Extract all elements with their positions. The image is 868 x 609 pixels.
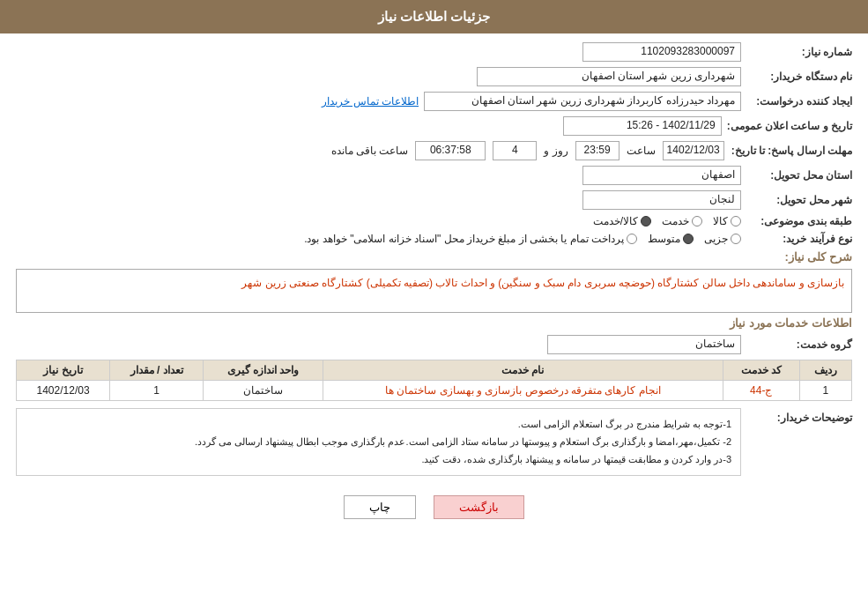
response-remaining: 06:37:58 (415, 141, 486, 160)
buyer-note-2: 2- تکمیل،مهر،امضا و بارگذاری برگ استعلام… (26, 434, 731, 451)
td-name: انجام کارهای متفرقه درخصوص بازسازی و بهس… (323, 381, 723, 401)
response-time-label: ساعت (627, 145, 656, 157)
buyer-org-row: نام دستگاه خریدار: شهرداری زرین شهر استا… (16, 67, 852, 86)
process-radio-esnad (627, 234, 637, 244)
category-option-khedmat[interactable]: خدمت (662, 215, 702, 227)
announce-row: تاریخ و ساعت اعلان عمومی: 1402/11/29 - 1… (16, 116, 852, 136)
th-code: کد خدمت (723, 360, 799, 381)
process-label: نوع فرآیند خرید: (746, 233, 852, 245)
buyer-note-1: 1-توجه به شرایط مندرج در برگ استعلام الز… (26, 416, 731, 434)
table-row: 1ج-44انجام کارهای متفرقه درخصوص بازسازی … (17, 381, 852, 401)
response-deadline-label: مهلت ارسال پاسخ: تا تاریخ: (731, 145, 852, 157)
creator-value: مهرداد حیدرزاده کاربرداز شهرداری زرین شه… (424, 92, 741, 111)
buyer-note-3: 3-در وارد کردن و مطابقت قیمتها در سامانه… (26, 451, 731, 469)
services-section-title: اطلاعات خدمات مورد نیاز (16, 316, 852, 330)
td-code: ج-44 (723, 381, 799, 401)
need-number-value: 1102093283000097 (582, 42, 741, 62)
category-radio-kala-khedmat (641, 216, 651, 227)
th-quantity: تعداد / مقدار (110, 360, 204, 381)
td-unit: ساختمان (204, 381, 323, 401)
th-date: تاریخ نیاز (17, 360, 110, 381)
contact-link[interactable]: اطلاعات تماس خریدار (322, 95, 419, 108)
process-jozi-label: جزیی (704, 233, 728, 245)
response-deadline-row: مهلت ارسال پاسخ: تا تاریخ: 1402/12/03 سا… (16, 141, 852, 160)
category-option-kala[interactable]: کالا (713, 215, 741, 227)
process-option-jozi[interactable]: جزیی (704, 233, 741, 245)
province-value: اصفهان (582, 166, 741, 185)
category-khedmat-label: خدمت (662, 215, 689, 227)
service-group-value: ساختمان (547, 335, 741, 354)
td-quantity: 1 (110, 381, 204, 401)
need-number-label: شماره نیاز: (746, 46, 852, 58)
process-option-motavaset[interactable]: متوسط (648, 233, 694, 245)
category-option-kala-khedmat[interactable]: کالا/خدمت (593, 215, 651, 227)
process-radio-jozi (731, 234, 741, 244)
page-wrapper: جزئیات اطلاعات نیاز شماره نیاز: 11020932… (0, 0, 868, 609)
process-option-esnad[interactable]: پرداخت تمام یا بخشی از مبلغ خریداز محل "… (304, 233, 637, 245)
page-header: جزئیات اطلاعات نیاز (0, 0, 868, 33)
back-button[interactable]: بازگشت (434, 495, 524, 519)
category-kala-khedmat-label: کالا/خدمت (593, 215, 638, 227)
print-button[interactable]: چاپ (344, 495, 416, 519)
th-row: ردیف (799, 360, 851, 381)
category-radio-kala (731, 216, 741, 227)
city-label: شهر محل تحویل: (746, 194, 852, 206)
category-label: طبقه بندی موضوعی: (746, 215, 852, 227)
page-title: جزئیات اطلاعات نیاز (378, 9, 490, 24)
response-remaining-label: ساعت باقی مانده (331, 145, 409, 157)
creator-label: ایجاد کننده درخواست: (746, 95, 852, 108)
buttons-row: بازگشت چاپ (16, 488, 852, 526)
buyer-notes-row: توضیحات خریدار: 1-توجه به شرایط مندرج در… (16, 408, 852, 483)
services-table: ردیف کد خدمت نام خدمت واحد اندازه گیری ت… (16, 360, 852, 401)
buyer-org-value: شهرداری زرین شهر استان اصفهان (477, 67, 741, 86)
buyer-notes-title: توضیحات خریدار: (746, 408, 852, 424)
process-radio-group: جزیی متوسط پرداخت تمام یا بخشی از مبلغ خ… (304, 233, 741, 245)
response-time: 23:59 (575, 141, 619, 160)
category-row: طبقه بندی موضوعی: کالا خدمت کالا/خدمت (16, 215, 852, 227)
content-area: شماره نیاز: 1102093283000097 نام دستگاه … (0, 33, 868, 535)
process-esnad-label: پرداخت تمام یا بخشی از مبلغ خریداز محل "… (304, 233, 624, 245)
description-section-title: شرح کلی نیاز: (16, 250, 852, 264)
category-radio-group: کالا خدمت کالا/خدمت (593, 215, 741, 227)
service-group-label: گروه خدمت: (746, 338, 852, 351)
category-kala-label: کالا (713, 215, 728, 227)
td-row: 1 (799, 381, 851, 401)
process-row: نوع فرآیند خرید: جزیی متوسط پرداخت تمام … (16, 233, 852, 245)
buyer-org-label: نام دستگاه خریدار: (746, 71, 852, 83)
creator-row: ایجاد کننده درخواست: مهرداد حیدرزاده کار… (16, 92, 852, 111)
response-date: 1402/12/03 (663, 141, 724, 160)
td-date: 1402/12/03 (17, 381, 110, 401)
announce-label: تاریخ و ساعت اعلان عمومی: (727, 120, 852, 132)
province-label: استان محل تحویل: (746, 169, 852, 182)
announce-value: 1402/11/29 - 15:26 (563, 116, 722, 136)
buyer-notes-content: 1-توجه به شرایط مندرج در برگ استعلام الز… (16, 408, 741, 476)
th-unit: واحد اندازه گیری (204, 360, 323, 381)
province-row: استان محل تحویل: اصفهان (16, 166, 852, 185)
process-radio-motavaset (683, 234, 694, 244)
service-group-row: گروه خدمت: ساختمان (16, 335, 852, 354)
need-number-row: شماره نیاز: 1102093283000097 (16, 42, 852, 62)
th-name: نام خدمت (323, 360, 723, 381)
process-motavaset-label: متوسط (648, 233, 680, 245)
city-row: شهر محل تحویل: لنجان (16, 190, 852, 210)
response-days: 4 (493, 141, 537, 160)
description-value: بازسازی و ساماندهی داخل سالن کشتارگاه (ح… (16, 269, 852, 313)
category-radio-khedmat (692, 216, 702, 227)
city-value: لنجان (582, 190, 741, 210)
response-days-label: روز و (544, 145, 568, 157)
